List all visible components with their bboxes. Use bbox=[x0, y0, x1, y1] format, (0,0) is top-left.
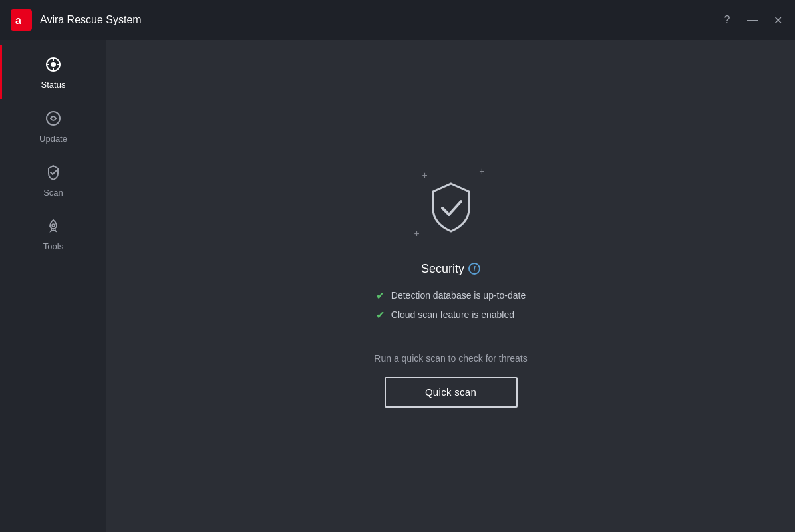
sidebar-tools-label: Tools bbox=[43, 241, 63, 251]
check-text-1: Detection database is up-to-date bbox=[391, 290, 526, 301]
check-text-2: Cloud scan feature is enabled bbox=[391, 309, 514, 320]
window-controls: ? — ✕ bbox=[720, 13, 784, 27]
app-title: Avira Rescue System bbox=[40, 14, 720, 26]
status-icon bbox=[45, 56, 62, 76]
check-item-database: ✔ Detection database is up-to-date bbox=[376, 289, 526, 302]
help-button[interactable]: ? bbox=[720, 13, 734, 27]
minimize-button[interactable]: — bbox=[746, 13, 759, 27]
sidebar-status-label: Status bbox=[41, 80, 66, 90]
tools-icon bbox=[45, 217, 62, 237]
security-title-text: Security bbox=[421, 262, 464, 276]
close-button[interactable]: ✕ bbox=[771, 13, 784, 27]
check-list: ✔ Detection database is up-to-date ✔ Clo… bbox=[376, 289, 526, 321]
sidebar-update-label: Update bbox=[39, 134, 67, 144]
title-bar: a Avira Rescue System ? — ✕ bbox=[0, 0, 795, 40]
sidebar-item-status[interactable]: Status bbox=[0, 45, 106, 99]
sparkle-bl: + bbox=[414, 229, 420, 238]
shield-area: + + + bbox=[408, 165, 494, 251]
sparkle-tr: + bbox=[479, 166, 484, 176]
svg-text:a: a bbox=[15, 15, 21, 26]
app-body: Status Update Scan bbox=[0, 40, 795, 532]
app-logo: a bbox=[11, 9, 32, 31]
sidebar: Status Update Scan bbox=[0, 40, 106, 532]
scan-icon bbox=[45, 164, 62, 184]
shield-icon bbox=[421, 178, 481, 238]
sidebar-item-tools[interactable]: Tools bbox=[0, 207, 106, 261]
security-title: Security i bbox=[421, 262, 480, 276]
main-content: + + + Security i ✔ Detection database is… bbox=[106, 40, 795, 532]
svg-point-7 bbox=[47, 112, 60, 125]
quick-scan-button[interactable]: Quick scan bbox=[385, 377, 518, 408]
sparkle-tl: + bbox=[422, 170, 428, 180]
svg-point-8 bbox=[52, 224, 55, 227]
sidebar-item-scan[interactable]: Scan bbox=[0, 153, 106, 207]
sidebar-scan-label: Scan bbox=[43, 188, 63, 198]
update-icon bbox=[45, 110, 62, 130]
svg-point-2 bbox=[51, 62, 56, 67]
prompt-text: Run a quick scan to check for threats bbox=[374, 353, 527, 364]
check-mark-1: ✔ bbox=[376, 289, 385, 302]
check-item-cloud: ✔ Cloud scan feature is enabled bbox=[376, 309, 514, 321]
check-mark-2: ✔ bbox=[376, 309, 385, 321]
info-icon[interactable]: i bbox=[468, 263, 480, 275]
sidebar-item-update[interactable]: Update bbox=[0, 99, 106, 153]
